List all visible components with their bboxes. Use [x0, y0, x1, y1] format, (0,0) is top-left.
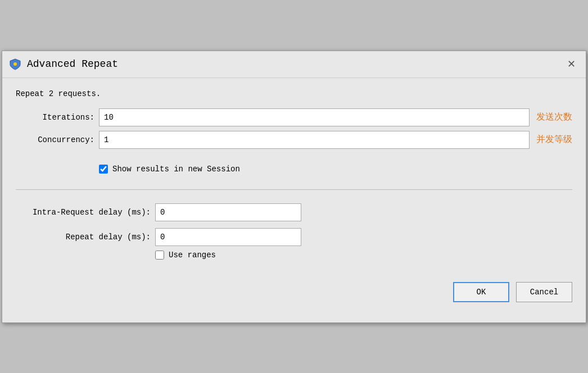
button-row: OK Cancel — [16, 282, 572, 311]
use-ranges-checkbox[interactable] — [155, 251, 164, 260]
repeat-delay-row: Repeat delay (ms): — [16, 228, 572, 246]
section-divider — [16, 189, 572, 190]
ok-button[interactable]: OK — [453, 282, 509, 302]
repeat-delay-label: Repeat delay (ms): — [16, 233, 151, 242]
concurrency-input-wrapper: 并发等级 — [99, 131, 572, 149]
concurrency-annotation: 并发等级 — [536, 134, 572, 145]
repeat-info: Repeat 2 requests. — [16, 89, 572, 98]
iterations-label: Iterations: — [16, 113, 94, 122]
use-ranges-label: Use ranges — [169, 251, 216, 260]
concurrency-input[interactable] — [99, 131, 530, 149]
shield-icon — [9, 58, 21, 70]
svg-point-0 — [13, 62, 17, 66]
iterations-row: Iterations: 发送次数 — [16, 108, 572, 126]
repeat-delay-input[interactable] — [155, 228, 301, 246]
dialog-title: Advanced Repeat — [27, 58, 118, 70]
advanced-repeat-dialog: Advanced Repeat ✕ Repeat 2 requests. Ite… — [2, 51, 586, 323]
iterations-section: Iterations: 发送次数 Concurrency: 并发等级 — [16, 108, 572, 149]
show-results-checkbox[interactable] — [99, 165, 108, 174]
iterations-annotation: 发送次数 — [536, 111, 572, 123]
show-results-label: Show results in new Session — [112, 165, 240, 174]
show-results-row: Show results in new Session — [99, 165, 572, 174]
cancel-button[interactable]: Cancel — [516, 282, 572, 302]
dialog-body: Repeat 2 requests. Iterations: 发送次数 Conc… — [2, 78, 586, 322]
iterations-input-wrapper: 发送次数 — [99, 108, 572, 126]
title-bar-left: Advanced Repeat — [9, 58, 118, 70]
close-button[interactable]: ✕ — [563, 56, 579, 72]
title-bar: Advanced Repeat ✕ — [2, 51, 586, 78]
intra-request-label: Intra-Request delay (ms): — [16, 208, 151, 217]
intra-request-input[interactable] — [155, 203, 301, 221]
iterations-input[interactable] — [99, 108, 530, 126]
delay-section: Intra-Request delay (ms): Repeat delay (… — [16, 203, 572, 246]
use-ranges-row: Use ranges — [155, 251, 572, 260]
concurrency-label: Concurrency: — [16, 135, 94, 144]
concurrency-row: Concurrency: 并发等级 — [16, 131, 572, 149]
intra-request-row: Intra-Request delay (ms): — [16, 203, 572, 221]
